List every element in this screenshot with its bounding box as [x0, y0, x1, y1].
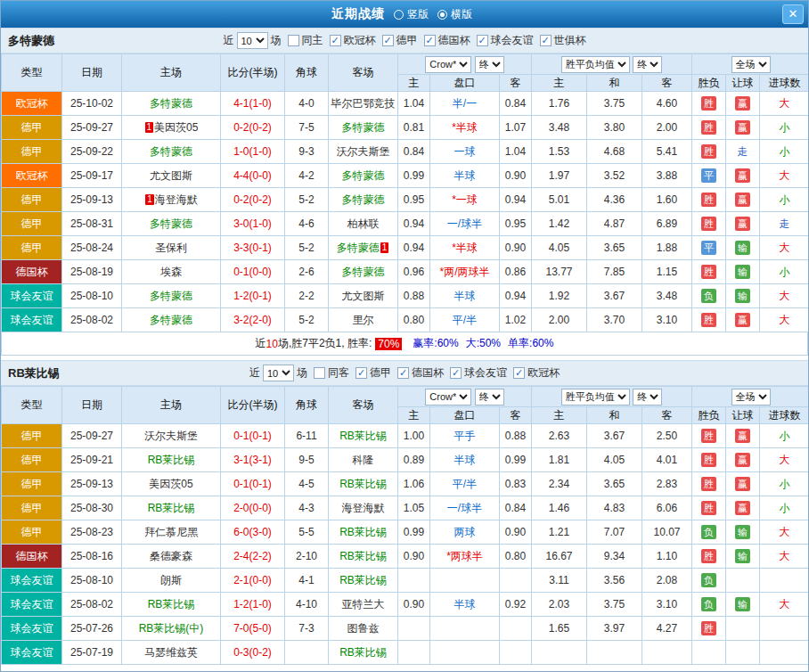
handicap-result-cell: 赢 [726, 496, 760, 520]
handicap-result-cell [726, 569, 760, 593]
date-cell: 25-08-24 [62, 236, 122, 260]
filter-checkbox[interactable]: ✓ [424, 35, 436, 46]
team-label: RB莱比锡 [339, 550, 387, 562]
result-label: 输 [735, 549, 750, 563]
avg-away-cell: 1.10 [642, 545, 692, 569]
col-score: 比分(半场) [221, 54, 285, 92]
filter-checkbox[interactable]: ✓ [382, 35, 394, 46]
handicap-result-cell: 输 [726, 520, 760, 545]
corner-cell: 2-6 [285, 260, 329, 284]
match-row: 球会友谊25-07-26RB莱比锡(中)7-0(5-0)7-3图鲁兹1.653.… [2, 617, 809, 641]
odds-time-select[interactable]: 终 [475, 56, 504, 73]
scope-select[interactable]: 全场 [731, 389, 771, 406]
result-label: 小 [780, 145, 790, 158]
filter-checkbox[interactable]: ✓ [540, 35, 552, 46]
result-cell: 负 [692, 593, 726, 617]
result-label: 小 [780, 502, 790, 514]
odds-time-select[interactable]: 终 [475, 389, 504, 406]
avg-source-select[interactable]: 胜平负均值 [561, 389, 630, 406]
filter-checkbox[interactable] [314, 367, 325, 379]
odds-home-cell: 0.90 [398, 545, 430, 569]
recent-count-select[interactable]: 10 [237, 32, 268, 49]
scope-select[interactable]: 全场 [731, 56, 771, 73]
result-label: 小 [780, 478, 790, 490]
odds-home-cell: 0.95 [398, 188, 430, 212]
date-cell: 25-07-26 [62, 617, 122, 641]
home-team-cell: RB莱比锡(中) [122, 617, 221, 641]
team-label: 尤文图斯 [150, 169, 192, 182]
handicap-cell: 平/半 [430, 472, 500, 496]
avg-home-cell: 3.11 [532, 569, 587, 593]
date-cell: 25-07-19 [62, 641, 122, 665]
avg-home-cell: 1.42 [532, 212, 587, 236]
titlebar: 近期战绩 竖版横版 ✕ [1, 1, 808, 28]
result-label: 负 [701, 573, 716, 587]
home-team-cell: RB莱比锡 [122, 496, 221, 520]
away-team-cell: RB莱比锡 [329, 545, 398, 569]
layout-radio-label[interactable]: 竖版 [407, 7, 429, 22]
score-cell: 3-3(0-1) [221, 236, 285, 260]
filter-checkbox[interactable] [288, 35, 299, 46]
home-team-cell: RB莱比锡 [122, 593, 221, 617]
avg-time-select[interactable]: 终 [633, 56, 662, 73]
filter-games-label: 场 [297, 365, 307, 381]
goals-result-cell: 大 [760, 164, 809, 188]
filter-checkbox[interactable]: ✓ [477, 35, 488, 46]
odds-home-cell: 0.94 [398, 212, 430, 236]
recent-count-select[interactable]: 10 [263, 365, 294, 381]
odds-away-cell: 0.83 [500, 472, 532, 496]
odds-source-select[interactable]: Crow* [425, 389, 471, 406]
close-button[interactable]: ✕ [782, 4, 804, 24]
layout-toggle: 竖版横版 [394, 7, 478, 22]
filter-near-label: 近 [249, 365, 260, 381]
handicap-cell [430, 641, 500, 665]
odds-home-cell: 1.00 [398, 424, 430, 448]
avg-home-cell [532, 641, 587, 665]
panel-title: 近期战绩 [331, 6, 385, 22]
goals-result-cell: 大 [760, 593, 809, 617]
section-header: 多特蒙德 近10场同主✓欧冠杯✓德甲✓德国杯✓球会友谊✓世俱杯 [1, 28, 808, 53]
filter-checkbox[interactable]: ✓ [513, 367, 525, 379]
filter-checkbox[interactable]: ✓ [330, 35, 341, 46]
handicap-cell: 一/球半 [430, 212, 500, 236]
avg-home-cell: 13.77 [532, 260, 587, 284]
handicap-cell: 一球 [430, 140, 500, 164]
layout-radio-label[interactable]: 横版 [451, 7, 472, 22]
home-team-cell: 美因茨05 [122, 472, 221, 496]
score-cell: 2-0(0-0) [221, 496, 285, 520]
layout-radio-selected[interactable] [437, 10, 447, 20]
home-team-cell: 1海登海默 [122, 188, 221, 212]
home-team-cell: 多特蒙德 [122, 140, 221, 164]
avg-away-cell: 2.83 [642, 472, 692, 496]
result-cell: 胜 [692, 448, 726, 472]
filter-checkbox[interactable]: ✓ [355, 367, 367, 379]
team-label: 沃尔夫斯堡 [337, 145, 390, 158]
filter-checkbox[interactable]: ✓ [450, 367, 462, 379]
handicap-result-cell: 走 [726, 140, 760, 164]
corner-cell: 5-5 [285, 520, 329, 545]
avg-source-select[interactable]: 胜平负均值 [561, 56, 630, 73]
team-section: 多特蒙德 近10场同主✓欧冠杯✓德甲✓德国杯✓球会友谊✓世俱杯 类型 日期 主场… [1, 28, 808, 356]
goals-result-cell: 小 [760, 260, 809, 284]
avg-time-select[interactable]: 终 [633, 389, 662, 406]
date-cell: 25-09-13 [62, 188, 122, 212]
home-team-cell: 拜仁慕尼黑 [122, 520, 221, 545]
odds-source-select[interactable]: Crow* [425, 56, 471, 73]
handicap-cell: 平手 [430, 424, 500, 448]
layout-radio[interactable] [394, 10, 404, 20]
match-row: 德甲25-08-23拜仁慕尼黑6-0(3-0)5-5RB莱比锡0.99两球0.9… [2, 520, 809, 545]
date-cell: 25-08-10 [62, 569, 122, 593]
filter-checkbox-label: 世俱杯 [554, 33, 586, 48]
corner-cell: 5-2 [285, 188, 329, 212]
avg-away-cell: 3.10 [642, 593, 692, 617]
team-label: 马瑟维兹英 [144, 646, 198, 659]
handicap-cell: 半球 [430, 164, 500, 188]
match-row: 欧冠杯25-10-02多特蒙德4-1(1-0)4-0毕尔巴鄂竞技1.04半/一0… [2, 92, 809, 116]
avg-away-cell: 6.89 [642, 212, 692, 236]
goals-result-cell: 大 [760, 308, 809, 332]
odds-home-cell: 1.06 [398, 472, 430, 496]
filter-checkbox[interactable]: ✓ [397, 367, 409, 379]
goals-result-cell: 大 [760, 92, 809, 116]
result-label: 赢 [735, 168, 750, 183]
filter-checkbox-label: 欧冠杯 [527, 365, 560, 381]
